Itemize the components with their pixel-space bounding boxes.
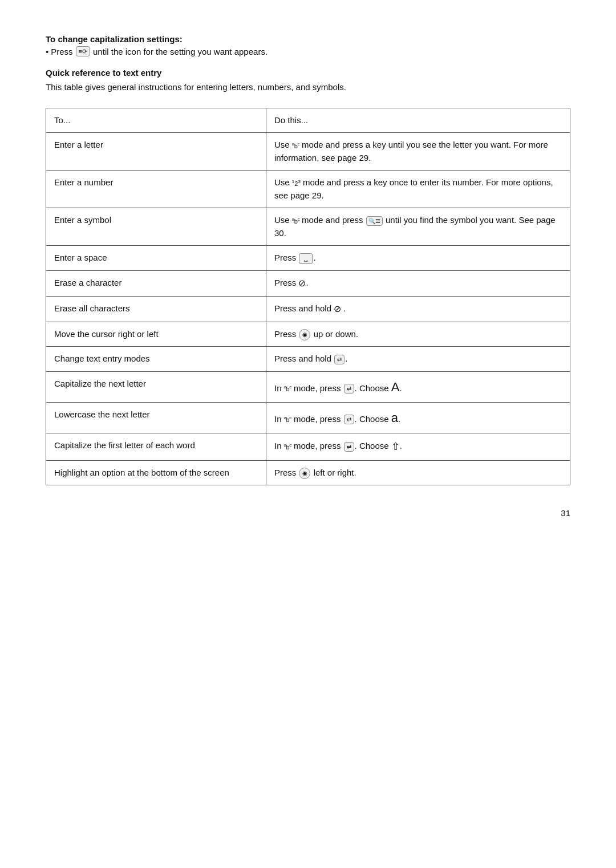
mode-btn-icon: ⇄ (344, 384, 354, 394)
to-cell: Change text entry modes (46, 347, 266, 372)
bullet-after-text: until the icon for the setting you want … (93, 47, 268, 56)
col-do-header: Do this... (266, 108, 570, 133)
do-cell: In abc mode, press ⇄. Choose ⇧. (266, 433, 570, 460)
mode-change-icon: ⇄ (334, 355, 345, 364)
abc-mode-label: abc (284, 415, 291, 424)
table-row: Change text entry modes Press and hold ⇄… (46, 347, 570, 372)
do-cell: Press ◉ up or down. (266, 322, 570, 347)
do-cell: Press ⊘. (266, 270, 570, 296)
table-row: Lowercase the next letter In abc mode, p… (46, 402, 570, 433)
to-cell: Enter a symbol (46, 208, 266, 246)
reference-table: To... Do this... Enter a letter Use abc … (46, 108, 570, 486)
table-row: Capitalize the next letter In abc mode, … (46, 371, 570, 402)
to-cell: Capitalize the first letter of each word (46, 433, 266, 460)
bullet-press-text: Press (51, 47, 72, 56)
do-cell: Use 123 mode and press a key once to ent… (266, 171, 570, 208)
table-row: Move the cursor right or left Press ◉ up… (46, 322, 570, 347)
do-cell: Press and hold ⊘ . (266, 296, 570, 322)
table-row: Enter a letter Use abc mode and press a … (46, 133, 570, 171)
do-cell: Press ␣. (266, 246, 570, 271)
to-cell: Enter a space (46, 246, 266, 271)
do-cell: In abc mode, press ⇄. Choose a. (266, 402, 570, 433)
do-cell: Press and hold ⇄. (266, 347, 570, 372)
nav-icon: ◉ (299, 329, 310, 340)
choice-letter-a: a (391, 411, 398, 425)
to-cell: Enter a number (46, 171, 266, 208)
col-to-header: To... (46, 108, 266, 133)
table-header-row: To... Do this... (46, 108, 570, 133)
to-cell: Lowercase the next letter (46, 402, 266, 433)
abc-mode-label: abc (284, 442, 291, 452)
sym-button-icon: 🔍☰ (366, 216, 383, 226)
mode-btn-icon: ⇄ (344, 442, 354, 452)
erase-icon: ⊘ (334, 302, 341, 316)
table-row: Enter a symbol Use abc mode and press 🔍☰… (46, 208, 570, 246)
do-cell: Press ◉ left or right. (266, 460, 570, 485)
table-row: Erase a character Press ⊘. (46, 270, 570, 296)
erase-icon: ⊘ (298, 277, 306, 290)
to-cell: Move the cursor right or left (46, 322, 266, 347)
do-cell: Use abc mode and press a key until you s… (266, 133, 570, 171)
mode-button-icon: ≡⟳ (76, 46, 90, 56)
to-cell: Capitalize the next letter (46, 371, 266, 402)
choice-letter-A: A (391, 380, 400, 394)
do-cell: Use abc mode and press 🔍☰ until you find… (266, 208, 570, 246)
table-row: Erase all characters Press and hold ⊘ . (46, 296, 570, 322)
bullet-dot: • (46, 47, 48, 56)
quick-ref-title: Quick reference to text entry (46, 68, 570, 78)
table-row: Enter a number Use 123 mode and press a … (46, 171, 570, 208)
table-row: Highlight an option at the bottom of the… (46, 460, 570, 485)
abc-mode-label: abc (284, 384, 291, 394)
to-cell: Highlight an option at the bottom of the… (46, 460, 266, 485)
to-cell: Erase all characters (46, 296, 266, 322)
abc-mode-label: abc (292, 216, 299, 226)
table-row: Capitalize the first letter of each word… (46, 433, 570, 460)
choice-cap-arrow: ⇧ (391, 441, 400, 452)
change-cap-bullet: • Press ≡⟳ until the icon for the settin… (46, 46, 570, 56)
table-row: Enter a space Press ␣. (46, 246, 570, 271)
nav-icon: ◉ (299, 468, 310, 479)
change-cap-title: To change capitalization settings: (46, 34, 570, 44)
num-mode-label: 123 (292, 179, 301, 188)
do-cell: In abc mode, press ⇄. Choose A. (266, 371, 570, 402)
to-cell: Erase a character (46, 270, 266, 296)
mode-btn-icon: ⇄ (344, 415, 354, 424)
to-cell: Enter a letter (46, 133, 266, 171)
abc-mode-label: abc (292, 141, 299, 151)
quick-ref-desc: This table gives general instructions fo… (46, 81, 570, 94)
space-button-icon: ␣ (299, 253, 313, 264)
page-number: 31 (46, 508, 570, 518)
